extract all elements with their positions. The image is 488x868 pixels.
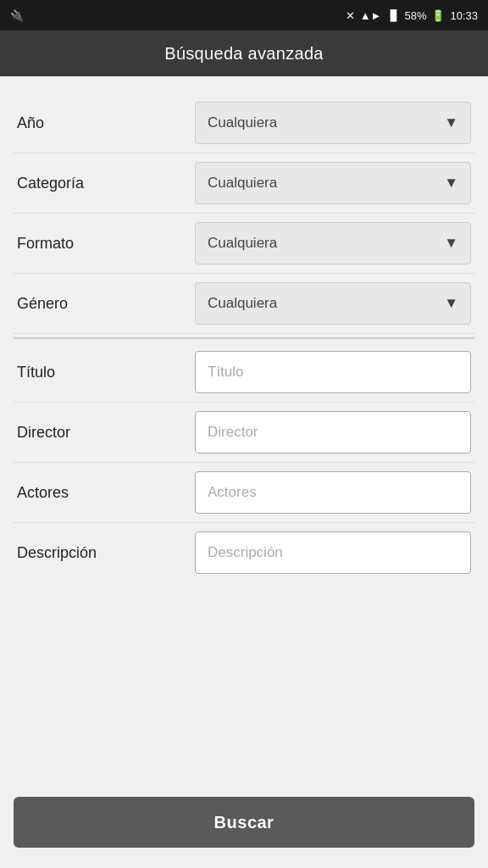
label-actores: Actores [17, 484, 195, 502]
buscar-button[interactable]: Buscar [14, 797, 474, 848]
row-director: Director [14, 403, 474, 463]
wifi-icon: ▲► [360, 9, 382, 22]
form-content: Año Cualquiera ▼ Categoría Cualquiera ▼ … [0, 76, 488, 783]
chevron-down-icon: ▼ [444, 235, 458, 252]
label-año: Año [17, 114, 195, 132]
label-descripcion: Descripción [17, 544, 195, 562]
control-genero[interactable]: Cualquiera ▼ [195, 282, 471, 325]
actores-input[interactable] [195, 471, 471, 514]
label-categoria: Categoría [17, 175, 195, 192]
dropdown-categoria[interactable]: Cualquiera ▼ [195, 162, 471, 204]
row-categoria: Categoría Cualquiera ▼ [14, 153, 474, 214]
label-director: Director [17, 424, 195, 442]
row-titulo: Título [14, 342, 474, 403]
section-divider [14, 337, 474, 339]
battery-percentage: 58% [404, 9, 426, 22]
row-descripcion: Descripción [14, 523, 474, 582]
row-año: Año Cualquiera ▼ [14, 93, 474, 153]
descripcion-input[interactable] [195, 531, 471, 574]
battery-icon: 🔋 [431, 9, 445, 22]
label-genero: Género [17, 295, 195, 313]
row-actores: Actores [14, 463, 474, 523]
control-descripcion[interactable] [195, 531, 471, 574]
dropdown-formato[interactable]: Cualquiera ▼ [195, 222, 471, 264]
chevron-down-icon: ▼ [444, 114, 458, 131]
control-director[interactable] [195, 411, 471, 453]
titulo-input[interactable] [195, 351, 471, 393]
row-genero: Género Cualquiera ▼ [14, 274, 474, 334]
signal-bars-icon: ▐▌ [386, 9, 399, 21]
control-actores[interactable] [195, 471, 471, 514]
clock: 10:33 [450, 9, 478, 22]
dropdown-año[interactable]: Cualquiera ▼ [195, 102, 471, 144]
signal-off-icon: ✕ [346, 9, 355, 22]
footer: Buscar [0, 783, 488, 868]
chevron-down-icon: ▼ [444, 295, 458, 312]
dropdown-formato-value: Cualquiera [208, 235, 277, 252]
label-formato: Formato [17, 235, 195, 253]
app-bar: Búsqueda avanzada [0, 31, 488, 76]
director-input[interactable] [195, 411, 471, 453]
dropdown-categoria-value: Cualquiera [208, 175, 277, 192]
dropdown-genero[interactable]: Cualquiera ▼ [195, 282, 471, 325]
app-bar-title: Búsqueda avanzada [164, 44, 323, 64]
dropdown-año-value: Cualquiera [208, 114, 277, 131]
usb-icon: 🔌 [10, 9, 24, 22]
control-formato[interactable]: Cualquiera ▼ [195, 222, 471, 264]
control-categoria[interactable]: Cualquiera ▼ [195, 162, 471, 204]
row-formato: Formato Cualquiera ▼ [14, 214, 474, 274]
dropdown-genero-value: Cualquiera [208, 295, 277, 312]
status-right: ✕ ▲► ▐▌ 58% 🔋 10:33 [346, 9, 478, 22]
control-año[interactable]: Cualquiera ▼ [195, 102, 471, 144]
chevron-down-icon: ▼ [444, 175, 458, 192]
label-titulo: Título [17, 364, 195, 381]
status-left: 🔌 [10, 9, 24, 22]
status-bar: 🔌 ✕ ▲► ▐▌ 58% 🔋 10:33 [0, 0, 488, 31]
control-titulo[interactable] [195, 351, 471, 393]
